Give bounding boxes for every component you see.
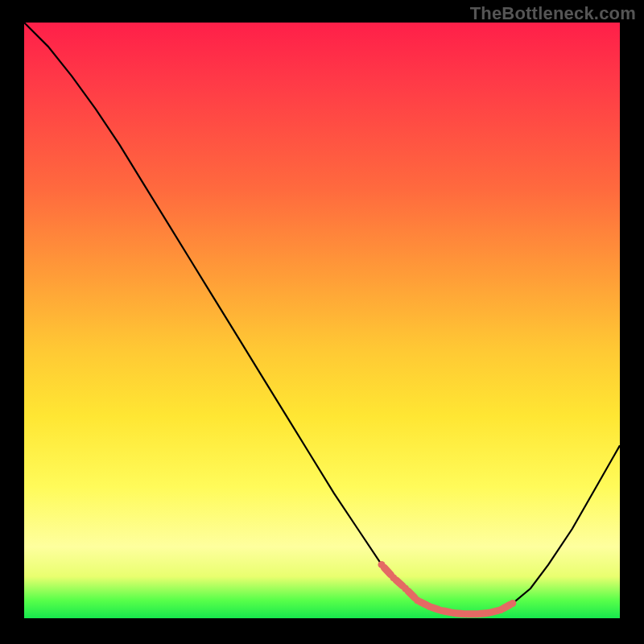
svg-line-7 <box>420 602 427 605</box>
svg-line-17 <box>480 613 486 614</box>
trough-markers <box>378 561 517 617</box>
svg-line-9 <box>432 607 439 609</box>
svg-line-5 <box>408 591 415 597</box>
svg-line-21 <box>503 605 510 609</box>
svg-line-13 <box>456 613 462 614</box>
svg-point-22 <box>509 600 516 607</box>
svg-line-11 <box>444 611 450 613</box>
svg-line-1 <box>384 568 390 575</box>
chart-canvas: TheBottleneck.com <box>0 0 644 644</box>
watermark-text: TheBottleneck.com <box>470 3 636 24</box>
curve-overlay <box>24 23 620 618</box>
plot-area <box>24 23 620 618</box>
svg-line-19 <box>492 611 498 613</box>
bottleneck-curve <box>24 23 620 614</box>
svg-line-3 <box>396 580 402 586</box>
